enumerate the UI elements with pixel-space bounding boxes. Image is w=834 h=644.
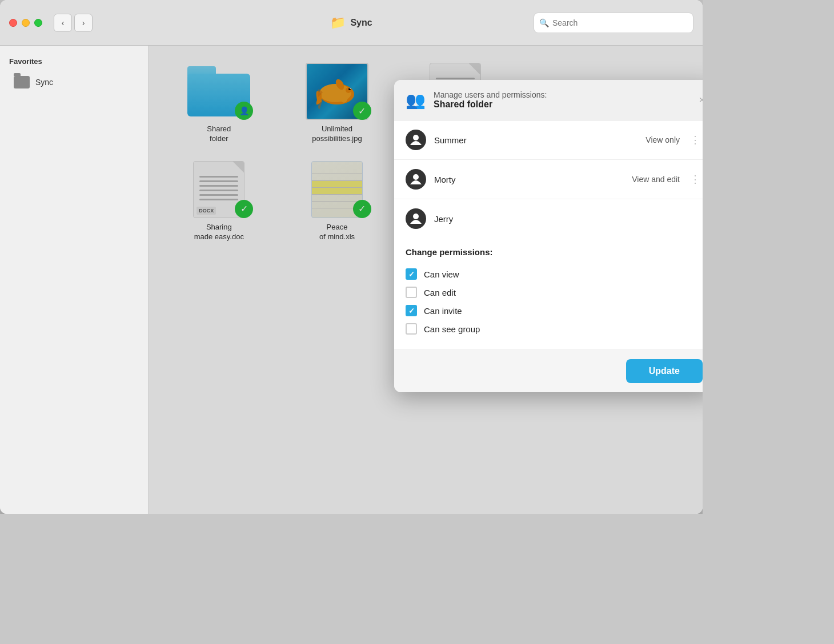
- permission-item-can-edit[interactable]: Can edit: [406, 283, 703, 301]
- permissions-title: Change permissions:: [406, 247, 703, 257]
- permission-label-can-invite: Can invite: [424, 306, 462, 316]
- search-input[interactable]: [534, 13, 693, 33]
- svg-point-9: [413, 214, 419, 219]
- content-area: 👤 Shared folder: [149, 46, 703, 514]
- sidebar-folder-icon: [14, 76, 30, 88]
- permission-label-can-see-group: Can see group: [424, 324, 480, 334]
- folder-title-icon: 📁: [330, 15, 346, 30]
- permission-label-can-edit: Can edit: [424, 288, 456, 297]
- user-name-jerry: Jerry: [434, 214, 703, 224]
- user-permission-morty: View and edit: [632, 175, 680, 184]
- app-window: ‹ › 📁 Sync 🔍 Favorites Sync: [0, 0, 703, 514]
- permission-item-can-view[interactable]: Can view: [406, 265, 703, 283]
- svg-point-8: [413, 174, 419, 180]
- titlebar: ‹ › 📁 Sync 🔍: [0, 0, 703, 46]
- dialog-subtitle: Manage users and permissions:: [434, 90, 703, 99]
- user-menu-dots-summer[interactable]: ⋮: [688, 134, 703, 146]
- traffic-lights: [9, 19, 42, 27]
- update-button[interactable]: Update: [626, 359, 703, 383]
- user-avatar-morty: [406, 169, 426, 190]
- user-avatar-jerry: [406, 208, 426, 229]
- sidebar-item-label-sync: Sync: [35, 78, 53, 87]
- maximize-button[interactable]: [34, 19, 42, 27]
- search-bar: 🔍: [534, 13, 693, 33]
- permissions-dialog: 👥 Manage users and permissions: Shared f…: [394, 80, 703, 392]
- user-permission-summer: View only: [645, 135, 680, 144]
- checkbox-can-invite[interactable]: [406, 305, 417, 316]
- user-name-summer: Summer: [434, 135, 637, 145]
- users-list: Summer View only ⋮: [394, 120, 703, 350]
- permissions-panel: Change permissions: Can view Can edit: [394, 238, 703, 350]
- permission-item-can-invite[interactable]: Can invite: [406, 301, 703, 320]
- svg-point-7: [413, 135, 419, 140]
- search-icon: 🔍: [539, 18, 549, 27]
- sidebar-item-sync[interactable]: Sync: [5, 73, 143, 92]
- dialog-overlay: 👥 Manage users and permissions: Shared f…: [149, 46, 703, 514]
- sidebar: Favorites Sync: [0, 46, 149, 514]
- checkbox-can-edit[interactable]: [406, 287, 417, 298]
- users-icon: 👥: [406, 91, 426, 110]
- nav-buttons: ‹ ›: [54, 14, 93, 32]
- window-title-area: 📁 Sync: [330, 15, 372, 30]
- minimize-button[interactable]: [22, 19, 30, 27]
- main-area: Favorites Sync 👤: [0, 46, 703, 514]
- permission-item-can-see-group[interactable]: Can see group: [406, 320, 703, 338]
- back-button[interactable]: ‹: [54, 14, 72, 32]
- forward-button[interactable]: ›: [74, 14, 93, 32]
- checkbox-can-see-group[interactable]: [406, 323, 417, 335]
- user-name-morty: Morty: [434, 175, 624, 184]
- user-row-summer: Summer View only ⋮: [394, 120, 703, 160]
- window-title: Sync: [350, 18, 372, 28]
- user-row-morty: Morty View and edit ⋮: [394, 160, 703, 199]
- dialog-title-text: Manage users and permissions: Shared fol…: [434, 90, 703, 110]
- close-button[interactable]: [9, 19, 17, 27]
- dialog-footer: Update: [394, 350, 703, 392]
- dialog-header: 👥 Manage users and permissions: Shared f…: [394, 80, 703, 120]
- dialog-title: Shared folder: [434, 99, 703, 110]
- user-row-jerry: Jerry: [394, 199, 703, 238]
- user-avatar-summer: [406, 130, 426, 150]
- checkbox-can-view[interactable]: [406, 268, 417, 280]
- user-menu-dots-morty[interactable]: ⋮: [688, 173, 703, 186]
- sidebar-section-favorites: Favorites: [0, 57, 148, 73]
- permission-label-can-view: Can view: [424, 269, 459, 279]
- dialog-close-button[interactable]: ×: [699, 94, 703, 106]
